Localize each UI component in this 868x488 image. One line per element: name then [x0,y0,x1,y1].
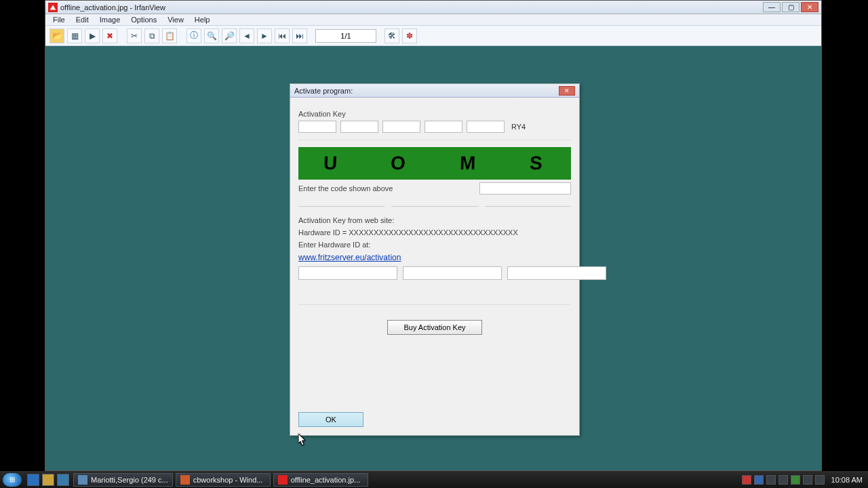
divider [298,140,571,140]
ok-button[interactable]: OK [298,412,363,427]
hardware-id-label: Hardware ID = XXXXXXXXXXXXXXXXXXXXXXXXXX… [298,228,571,237]
captcha-letter: U [323,152,341,174]
about-icon[interactable]: ✽ [402,28,417,43]
enter-code-label: Enter the code shown above [298,184,393,192]
close-button[interactable]: ✕ [801,2,818,12]
menu-file[interactable]: File [48,15,70,24]
thumbnails-icon[interactable]: ▦ [67,28,82,43]
app-icon [180,475,190,485]
menu-options[interactable]: Options [126,15,161,24]
hardware-id-field-3[interactable] [507,266,606,280]
quick-launch-explorer-icon[interactable] [42,474,54,486]
settings-icon[interactable]: 🛠 [384,28,399,43]
menu-image[interactable]: Image [95,15,125,24]
taskbar-item-label: offline_activation.jp... [291,476,361,484]
start-button[interactable]: ⊞ [3,473,22,487]
maximize-button[interactable]: ▢ [782,2,800,12]
activation-url-link[interactable]: www.fritzserver.eu/activation [298,253,571,262]
minimize-button[interactable]: — [763,2,781,12]
from-web-label: Activation Key from web site: [298,216,571,224]
paste-icon[interactable]: 📋 [162,28,177,43]
next-icon[interactable]: ► [257,28,272,43]
open-icon[interactable]: 📂 [50,28,64,43]
irfanview-titlebar[interactable]: offline_activation.jpg - IrfanView — ▢ ✕ [45,1,821,14]
captcha-code-input[interactable] [479,182,571,195]
menu-help[interactable]: Help [190,15,215,24]
taskbar-clock[interactable]: 10:08 AM [831,476,863,484]
hardware-id-row [298,266,571,280]
divider [298,304,571,305]
hardware-id-field-2[interactable] [403,266,502,280]
menu-view[interactable]: View [163,15,189,24]
irfanview-title: offline_activation.jpg - IrfanView [60,3,763,12]
irfanview-app-icon [48,3,58,12]
app-icon [278,475,288,485]
tray-volume-icon[interactable] [815,475,825,485]
taskbar-item-label: Mariotti,Sergio (249 c... [91,476,168,484]
activation-key-field-5[interactable] [467,121,505,133]
menu-edit[interactable]: Edit [71,15,94,24]
zoom-out-icon[interactable]: 🔎 [222,28,237,43]
hardware-id-field-1[interactable] [298,266,397,280]
tray-app-icon[interactable] [754,475,764,485]
taskbar-item-mariotti[interactable]: Mariotti,Sergio (249 c... [73,473,173,487]
cut-icon[interactable]: ✂ [127,28,142,43]
system-tray: 10:08 AM [742,475,865,485]
quick-launch-media-icon[interactable] [57,474,69,486]
zoom-in-icon[interactable]: 🔍 [204,28,219,43]
buy-activation-button[interactable]: Buy Activation Key [387,320,482,335]
captcha-letter: O [391,152,410,174]
delete-icon[interactable]: ✖ [102,28,117,43]
irfanview-toolbar: 📂 ▦ ▶ ✖ ✂ ⧉ 📋 ⓘ 🔍 🔎 ◄ ► ⏮ ⏭ 🛠 ✽ [45,26,821,46]
first-icon[interactable]: ⏮ [275,28,290,43]
tray-icon[interactable] [778,475,788,485]
enter-hw-at-label: Enter Hardware ID at: [298,241,571,249]
prev-icon[interactable]: ◄ [239,28,254,43]
tray-security-icon[interactable] [742,475,751,485]
copy-icon[interactable]: ⧉ [144,28,159,43]
taskbar-item-cbworkshop[interactable]: cbworkshop - Wind... [176,473,271,487]
taskbar: ⊞ Mariotti,Sergio (249 c... cbworkshop -… [0,471,868,488]
dialog-close-icon[interactable]: ✕ [559,86,575,96]
info-icon[interactable]: ⓘ [186,28,201,43]
activation-key-field-3[interactable] [382,121,420,133]
tray-network-icon[interactable] [803,475,812,485]
page-counter-field[interactable] [315,29,376,43]
dialog-titlebar[interactable]: Activate program: ✕ [290,84,579,98]
captcha-letter: S [529,152,547,174]
slideshow-icon[interactable]: ▶ [85,28,100,43]
app-icon [78,475,87,485]
last-icon[interactable]: ⏭ [292,28,307,43]
tray-icon[interactable] [791,475,800,485]
activation-key-row: RY4 [298,121,571,133]
activation-key-field-1[interactable] [298,121,336,133]
spacer-fields [298,199,571,207]
quick-launch-ie-icon[interactable] [27,474,39,486]
activate-dialog: Activate program: ✕ Activation Key RY4 U… [290,83,580,436]
activation-key-suffix: RY4 [509,123,526,131]
dialog-title: Activate program: [294,87,559,95]
activation-key-field-2[interactable] [340,121,378,133]
tray-icon[interactable] [766,475,776,485]
irfanview-menubar: File Edit Image Options View Help [45,14,821,26]
activation-key-label: Activation Key [298,110,571,118]
captcha-letter: M [459,152,479,174]
activation-key-field-4[interactable] [425,121,462,133]
taskbar-item-irfanview[interactable]: offline_activation.jp... [273,473,368,487]
taskbar-item-label: cbworkshop - Wind... [193,476,263,484]
captcha-image: U O M S [298,147,571,180]
